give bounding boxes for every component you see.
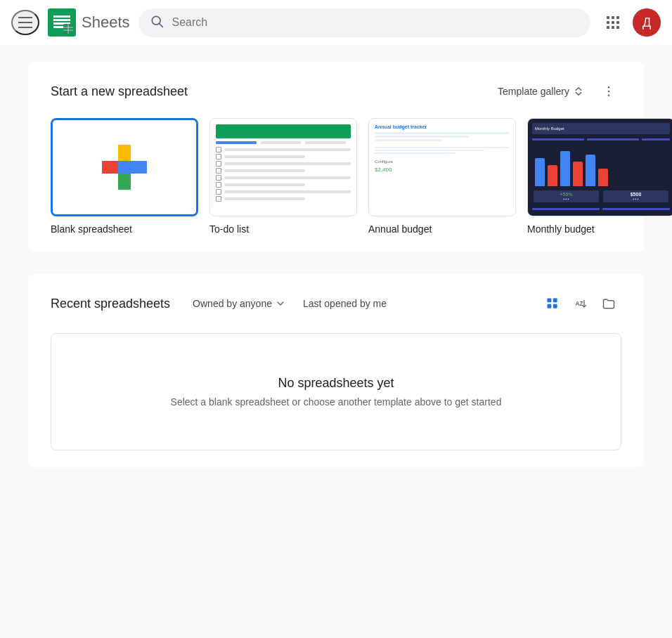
header: Sheets xyxy=(0,0,672,45)
svg-rect-26 xyxy=(118,145,131,162)
svg-point-21 xyxy=(608,86,610,89)
svg-point-22 xyxy=(608,91,610,93)
google-plus-icon xyxy=(102,145,147,190)
empty-title: No spreadsheets yet xyxy=(79,376,593,391)
grid-view-button[interactable] xyxy=(540,291,565,316)
sort-az-button[interactable]: AZ xyxy=(568,291,593,316)
chevron-down-icon xyxy=(275,298,286,309)
svg-rect-2 xyxy=(53,19,70,21)
last-opened-label: Last opened by me xyxy=(303,298,387,309)
svg-rect-20 xyxy=(616,26,619,29)
svg-rect-15 xyxy=(607,21,609,24)
search-input-wrapper[interactable] xyxy=(138,8,591,37)
svg-rect-32 xyxy=(553,304,557,308)
grid-view-icon xyxy=(545,297,560,311)
svg-rect-31 xyxy=(548,304,552,308)
monthly-thumbnail: Monthly Budget xyxy=(527,118,672,216)
search-bar xyxy=(138,8,591,37)
folder-icon xyxy=(602,297,616,311)
svg-rect-16 xyxy=(612,21,614,24)
more-options-button[interactable] xyxy=(596,79,621,104)
header-actions: Д xyxy=(599,8,661,37)
logo-area[interactable]: Sheets xyxy=(48,8,130,37)
svg-rect-4 xyxy=(53,26,65,28)
templates-grid: Blank spreadsheet xyxy=(51,118,621,235)
avatar[interactable]: Д xyxy=(633,8,661,37)
view-toggle-icons: AZ xyxy=(540,291,621,316)
template-card-todo[interactable]: To-do list xyxy=(209,118,357,235)
expand-icon xyxy=(572,85,585,98)
owned-by-label: Owned by anyone xyxy=(193,298,272,309)
svg-rect-27 xyxy=(118,173,131,190)
recent-filters: Owned by anyone Last opened by me xyxy=(187,294,523,313)
svg-rect-1 xyxy=(53,15,70,18)
recent-section: Recent spreadsheets Owned by anyone Last… xyxy=(28,274,644,467)
template-card-blank[interactable]: Blank spreadsheet xyxy=(51,118,198,235)
annual-thumbnail: Annual budget tracker Configure $2,400 xyxy=(368,118,516,216)
template-card-annual[interactable]: Annual budget tracker Configure $2,400 xyxy=(368,118,516,235)
empty-subtitle: Select a blank spreadsheet or choose ano… xyxy=(79,396,593,408)
todo-thumbnail xyxy=(209,118,357,216)
svg-text:AZ: AZ xyxy=(576,300,583,307)
todo-label: To-do list xyxy=(209,223,357,235)
main-content: Start a new spreadsheet Template gallery xyxy=(0,45,672,484)
blank-label: Blank spreadsheet xyxy=(51,223,198,235)
svg-rect-13 xyxy=(612,16,614,19)
template-header-right: Template gallery xyxy=(492,79,621,104)
svg-rect-12 xyxy=(607,16,609,19)
template-section: Start a new spreadsheet Template gallery xyxy=(28,62,644,252)
app-title: Sheets xyxy=(82,13,130,32)
svg-rect-30 xyxy=(553,299,557,303)
svg-rect-29 xyxy=(548,299,552,303)
template-card-monthly[interactable]: Monthly Budget xyxy=(527,118,672,235)
recent-header: Recent spreadsheets Owned by anyone Last… xyxy=(51,291,621,316)
annual-label: Annual budget xyxy=(368,223,516,235)
svg-point-23 xyxy=(608,95,610,97)
svg-rect-18 xyxy=(607,26,609,29)
template-gallery-label: Template gallery xyxy=(498,86,569,97)
template-header-left: Start a new spreadsheet xyxy=(51,84,188,99)
svg-rect-14 xyxy=(616,16,619,19)
owned-by-filter[interactable]: Owned by anyone xyxy=(187,294,292,313)
folder-view-button[interactable] xyxy=(596,291,621,316)
blank-thumbnail xyxy=(51,118,198,216)
recent-title: Recent spreadsheets xyxy=(51,297,170,311)
start-new-title: Start a new spreadsheet xyxy=(51,84,188,99)
more-vert-icon xyxy=(602,84,616,98)
monthly-label: Monthly budget xyxy=(527,223,672,235)
hamburger-menu-button[interactable] xyxy=(11,10,39,35)
svg-line-11 xyxy=(159,23,162,27)
search-input[interactable] xyxy=(172,16,580,29)
sheets-logo-icon xyxy=(48,8,76,37)
template-gallery-button[interactable]: Template gallery xyxy=(492,81,590,102)
search-icon xyxy=(150,14,164,32)
grid-apps-icon[interactable] xyxy=(599,8,627,37)
empty-state: No spreadsheets yet Select a blank sprea… xyxy=(51,333,621,450)
template-header: Start a new spreadsheet Template gallery xyxy=(51,79,621,104)
svg-rect-28 xyxy=(118,161,131,174)
svg-rect-19 xyxy=(612,26,614,29)
sort-az-icon: AZ xyxy=(574,297,588,311)
svg-rect-17 xyxy=(616,21,619,24)
